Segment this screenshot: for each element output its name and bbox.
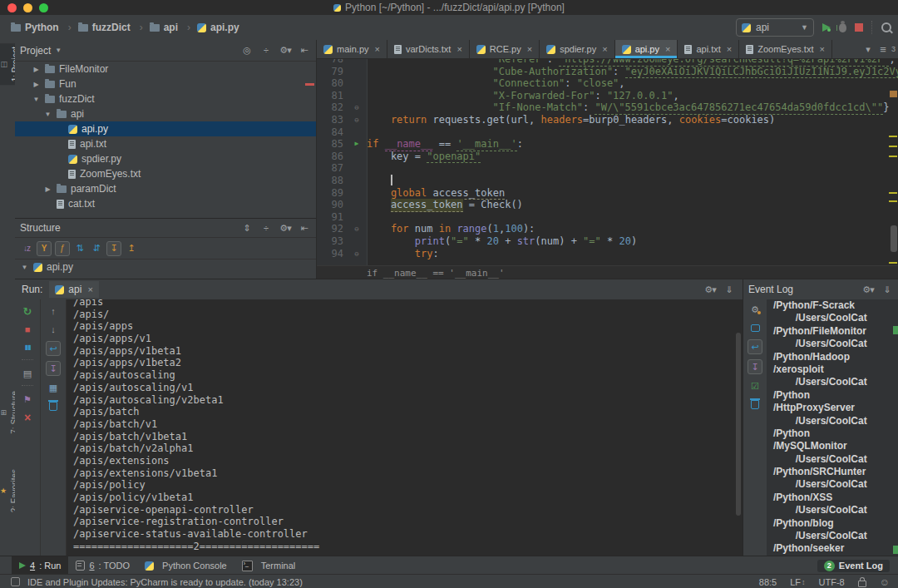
gutter-icon[interactable] xyxy=(347,101,367,114)
softwrap-icon[interactable] xyxy=(46,341,61,356)
notification-icon[interactable] xyxy=(11,577,20,586)
checkmark-icon[interactable] xyxy=(748,379,762,393)
autoscroll-from-source-icon[interactable] xyxy=(125,242,138,255)
gutter-icon[interactable] xyxy=(347,59,367,66)
breadcrumb-item[interactable]: api.py xyxy=(195,22,242,33)
run-console[interactable]: /apis/apis//apis/apps/apis/apps/v1/apis/… xyxy=(66,299,743,556)
run-config-select[interactable]: api ▼ xyxy=(736,18,814,37)
editor-breadcrumb[interactable]: if __name__ == '__main__' xyxy=(317,265,898,279)
show-supertypes-icon[interactable] xyxy=(37,241,52,256)
tab-list-icon[interactable] xyxy=(876,42,890,56)
stripe-button-favorites[interactable]: ★ 2: Favorites xyxy=(0,466,15,516)
autoscroll-to-source-icon[interactable] xyxy=(106,241,121,256)
close-icon[interactable] xyxy=(665,44,670,54)
stripe-button-structure[interactable]: ⊞ 7: Structure xyxy=(0,388,15,437)
hide-icon[interactable] xyxy=(298,221,311,235)
gutter-icon[interactable] xyxy=(347,199,367,211)
debug-button[interactable] xyxy=(839,23,846,32)
locate-icon[interactable] xyxy=(240,44,254,57)
toolwindow-button[interactable]: Terminal xyxy=(234,556,303,575)
up-icon[interactable] xyxy=(47,304,60,318)
line-separator-widget[interactable]: LF↕ xyxy=(790,577,805,587)
editor-tab[interactable]: RCE.py xyxy=(470,40,540,58)
breadcrumb-item[interactable]: api xyxy=(147,22,193,33)
gutter-icon[interactable] xyxy=(347,66,367,78)
pin-icon[interactable] xyxy=(21,393,34,406)
tree-item[interactable]: api.txt xyxy=(15,136,316,151)
tree-arrow-icon[interactable]: ▼ xyxy=(43,111,52,118)
filter-icon[interactable] xyxy=(748,303,762,316)
collapse-all-icon[interactable] xyxy=(259,221,273,235)
gutter-icon[interactable] xyxy=(347,151,367,163)
tree-item[interactable]: ▼api xyxy=(15,106,316,121)
scrollend-icon[interactable] xyxy=(46,361,61,376)
run-tab[interactable]: api xyxy=(49,281,98,298)
file-encoding[interactable]: UTF-8 xyxy=(819,577,845,587)
close-icon[interactable] xyxy=(602,44,607,54)
structure-panel-title[interactable]: Structure xyxy=(20,222,61,234)
settings-icon[interactable] xyxy=(861,283,875,296)
rerun-icon[interactable] xyxy=(21,304,34,318)
expand-all-icon[interactable] xyxy=(240,221,254,235)
close-icon[interactable] xyxy=(727,44,732,54)
close-icon[interactable] xyxy=(375,44,380,54)
breadcrumb-item[interactable]: fuzzDict xyxy=(76,22,146,33)
structure-root[interactable]: ▼ api.py xyxy=(15,259,316,274)
lock-icon[interactable] xyxy=(858,581,866,587)
gutter-icon[interactable] xyxy=(347,138,367,151)
chevron-down-icon[interactable] xyxy=(861,42,875,56)
toolwindow-button[interactable]: Python Console xyxy=(137,556,234,575)
tree-item[interactable]: ▶Fun xyxy=(15,77,316,91)
editor-tab[interactable]: spdier.py xyxy=(540,40,614,58)
show-properties-icon[interactable] xyxy=(55,241,70,256)
gutter-icon[interactable] xyxy=(347,77,367,90)
hide-icon[interactable] xyxy=(298,44,311,57)
event-log-content[interactable]: /Python/F-Scrack /Users/CoolCat/Python/F… xyxy=(767,299,898,556)
stripe-button-project[interactable]: ◫ 1: Project xyxy=(0,43,15,85)
gutter-icon[interactable] xyxy=(347,211,367,224)
gutter-icon[interactable] xyxy=(347,162,367,175)
collapse-all-icon[interactable] xyxy=(259,44,273,57)
event-log-button[interactable]: 2 Event Log xyxy=(817,560,890,572)
gutter-icon[interactable] xyxy=(347,235,367,248)
hector-face-icon[interactable]: ☺ xyxy=(880,576,890,588)
expand-level-icon[interactable] xyxy=(73,242,86,255)
gutter-icon[interactable] xyxy=(347,187,367,200)
settings-icon[interactable] xyxy=(703,283,717,296)
run-button[interactable] xyxy=(822,23,831,32)
pause-icon[interactable] xyxy=(21,341,34,354)
toolwindow-button[interactable]: 6: TODO xyxy=(68,556,137,575)
sort-alpha-icon[interactable] xyxy=(20,242,33,255)
settings-icon[interactable] xyxy=(279,221,292,235)
down-icon[interactable] xyxy=(47,323,60,336)
close-icon[interactable] xyxy=(21,411,34,424)
editor-tab[interactable]: varDicts.txt xyxy=(387,40,470,58)
tree-item[interactable]: ZoomEyes.txt xyxy=(15,166,316,181)
tree-arrow-icon[interactable]: ▼ xyxy=(32,96,41,103)
stop-icon[interactable] xyxy=(21,323,34,336)
gutter-icon[interactable] xyxy=(347,223,367,235)
print-icon[interactable] xyxy=(47,381,60,394)
settings-icon[interactable] xyxy=(279,44,292,57)
editor-tab[interactable]: main.py xyxy=(317,40,387,58)
scrollend-icon[interactable] xyxy=(748,359,762,374)
search-everywhere-icon[interactable] xyxy=(881,22,891,32)
project-panel-title[interactable]: Project xyxy=(20,45,51,57)
tree-item[interactable]: api.py xyxy=(15,121,316,136)
tree-item[interactable]: ▶FileMonitor xyxy=(15,62,316,77)
status-message[interactable]: IDE and Plugin Updates: PyCharm is ready… xyxy=(27,577,303,587)
close-icon[interactable] xyxy=(87,284,92,294)
trash-icon[interactable] xyxy=(47,399,60,413)
balloon-icon[interactable] xyxy=(748,321,762,334)
tree-item[interactable]: cat.txt xyxy=(15,196,316,211)
breadcrumb-item[interactable]: Python xyxy=(8,22,74,33)
softwrap-icon[interactable] xyxy=(748,339,762,354)
trash-icon[interactable] xyxy=(748,398,762,411)
tree-arrow-icon[interactable]: ▼ xyxy=(20,264,29,271)
gutter-icon[interactable] xyxy=(347,126,367,139)
tree-item[interactable]: ▶paramDict xyxy=(15,181,316,196)
editor-tab[interactable]: ZoomEyes.txt xyxy=(739,40,832,58)
toolwindow-button[interactable]: 4: Run xyxy=(12,556,68,575)
console-layout-icon[interactable] xyxy=(21,367,34,380)
close-icon[interactable] xyxy=(819,44,824,54)
